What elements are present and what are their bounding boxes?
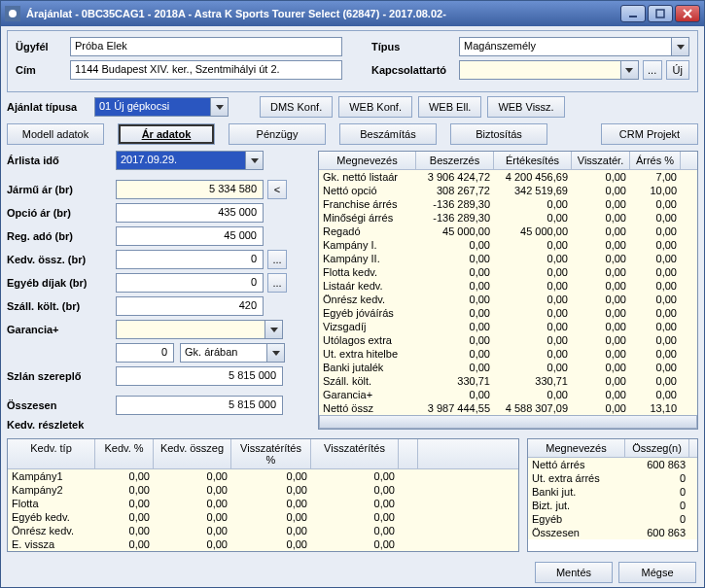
- grid-row[interactable]: Franchise árrés-136 289,300,000,000,00: [319, 197, 697, 211]
- close-button[interactable]: [675, 5, 700, 22]
- kedv-row[interactable]: Kampány20,000,000,000,00: [8, 483, 518, 497]
- grid-cell: 0,00: [572, 293, 630, 306]
- grid-cell: 0,00: [494, 306, 572, 320]
- cancel-button[interactable]: Mégse: [618, 562, 696, 583]
- price-field-value[interactable]: 435 000: [116, 203, 264, 223]
- garancia-mode-combo[interactable]: Gk. árában: [180, 343, 285, 363]
- price-field-value[interactable]: 5 334 580: [116, 180, 264, 199]
- kedv-cell: 0,00: [154, 483, 231, 497]
- summary-row[interactable]: Összesen600 863: [528, 526, 697, 539]
- chevron-down-icon[interactable]: [267, 343, 285, 363]
- minimize-button[interactable]: [620, 5, 646, 22]
- offer-type-combo[interactable]: 01 Új gépkocsi: [94, 97, 229, 117]
- chevron-down-icon[interactable]: [621, 60, 639, 80]
- dms-konf-button[interactable]: DMS Konf.: [260, 96, 333, 118]
- tab-biztositas[interactable]: Biztosítás: [450, 123, 547, 145]
- grid-cell: 13,10: [630, 401, 681, 415]
- chevron-down-icon[interactable]: [246, 151, 264, 170]
- grid-row[interactable]: Flotta kedv.0,000,000,000,00: [319, 265, 697, 279]
- kedv-cell: 0,00: [311, 510, 399, 524]
- grid-cell: 0,00: [494, 388, 572, 401]
- web-ell-button[interactable]: WEB Ell.: [418, 96, 481, 118]
- kedv-row[interactable]: Kampány10,000,000,000,00: [8, 469, 518, 483]
- grid-row[interactable]: Ut. extra hitelbe0,000,000,000,00: [319, 347, 697, 361]
- type-value: Magánszemély: [459, 37, 672, 56]
- crm-projekt-button[interactable]: CRM Projekt: [601, 123, 698, 145]
- grid-row[interactable]: Önrész kedv.0,000,000,000,00: [319, 293, 697, 306]
- summary-grid[interactable]: Megnevezés Összeg(n) Nettó árrés600 863U…: [527, 438, 698, 552]
- kedv-row[interactable]: Egyéb kedv.0,000,000,000,00: [8, 510, 518, 524]
- summary-row[interactable]: Egyéb0: [528, 512, 697, 526]
- grid-row[interactable]: Garancia+0,000,000,000,00: [319, 388, 697, 401]
- price-field-value[interactable]: 0: [116, 273, 264, 293]
- type-label: Típus: [371, 41, 459, 52]
- garancia-combo[interactable]: [116, 320, 283, 339]
- grid-row[interactable]: Listaár kedv.0,000,000,000,00: [319, 279, 697, 293]
- svg-rect-3: [656, 10, 664, 17]
- price-field-value[interactable]: 45 000: [116, 226, 264, 246]
- grid-row[interactable]: Nettó össz3 987 444,554 588 307,090,0013…: [319, 401, 697, 415]
- grid-row[interactable]: Regadó45 000,0045 000,000,000,00: [319, 225, 697, 238]
- main-grid[interactable]: Megnevezés Beszerzés Értékesítés Visszat…: [318, 151, 698, 430]
- contact-new-button[interactable]: Új: [666, 60, 689, 80]
- grid-cell: 0,00: [572, 170, 630, 184]
- grid-row[interactable]: Száll. költ.330,71330,710,000,00: [319, 374, 697, 388]
- customer-box: Ügyfél Próba Elek Típus Magánszemély Cím…: [7, 30, 698, 92]
- summary-row[interactable]: Nettó árrés600 863: [528, 458, 697, 471]
- price-field-value[interactable]: 420: [116, 296, 264, 316]
- kedv-grid[interactable]: Kedv. típ Kedv. % Kedv. összeg Visszatér…: [7, 438, 519, 552]
- grid-cell: 0,00: [494, 347, 572, 361]
- grid-row[interactable]: Nettó opció308 267,72342 519,690,0010,00: [319, 184, 697, 197]
- field-extra-button[interactable]: <: [267, 180, 287, 199]
- kedv-row[interactable]: E. vissza0,000,000,000,00: [8, 537, 518, 551]
- grid-cell: 0,00: [630, 279, 681, 293]
- grid-cell: Utólagos extra: [319, 333, 416, 347]
- grid-row[interactable]: Vizsgadíj0,000,000,000,00: [319, 320, 697, 333]
- contact-combo[interactable]: [459, 60, 639, 80]
- price-field-label: Száll. költ. (br): [7, 300, 114, 312]
- kedv-row[interactable]: Flotta0,000,000,000,00: [8, 497, 518, 510]
- web-konf-button[interactable]: WEB Konf.: [338, 96, 412, 118]
- scol-ossz: Összeg(n): [625, 439, 689, 457]
- chevron-down-icon[interactable]: [211, 97, 229, 117]
- tab-penzugy[interactable]: Pénzügy: [229, 123, 326, 145]
- grid-cell: 0,00: [416, 252, 494, 265]
- save-button[interactable]: Mentés: [535, 562, 613, 583]
- arlista-combo[interactable]: 2017.09.29.: [116, 151, 264, 170]
- chevron-down-icon[interactable]: [672, 37, 689, 56]
- tab-modell[interactable]: Modell adatok: [7, 123, 104, 145]
- kcol-pct: Kedv. %: [95, 439, 154, 468]
- grid-cell: 0,00: [572, 306, 630, 320]
- grid-row[interactable]: Minőségi árrés-136 289,300,000,000,00: [319, 211, 697, 225]
- grid-row[interactable]: Utólagos extra0,000,000,000,00: [319, 333, 697, 347]
- app-window: Árajánlat - 0BC35CAG1 - 2018A - Astra K …: [0, 0, 705, 588]
- summary-cell: Banki jut.: [528, 485, 625, 499]
- maximize-button[interactable]: [648, 5, 673, 22]
- type-combo[interactable]: Magánszemély: [459, 37, 689, 56]
- grid-row[interactable]: Egyéb jóváírás0,000,000,000,00: [319, 306, 697, 320]
- customer-field[interactable]: Próba Elek: [70, 37, 342, 56]
- kedv-cell: E. vissza: [8, 537, 95, 551]
- address-field[interactable]: 1144 Budapest XIV. ker., Szentmihályi út…: [70, 60, 342, 80]
- price-field-value[interactable]: 0: [116, 250, 264, 269]
- field-extra-button[interactable]: ...: [267, 273, 287, 293]
- tab-ar[interactable]: Ár adatok: [118, 123, 215, 145]
- summary-row[interactable]: Ut. extra árrés0: [528, 471, 697, 485]
- web-vissz-button[interactable]: WEB Vissz.: [487, 96, 564, 118]
- chevron-down-icon[interactable]: [265, 320, 283, 339]
- grid-scrollbar[interactable]: [319, 415, 697, 429]
- grid-cell: 0,00: [630, 374, 681, 388]
- grid-row[interactable]: Kampány I.0,000,000,000,00: [319, 238, 697, 252]
- kedv-row[interactable]: Önrész kedv.0,000,000,000,00: [8, 524, 518, 537]
- summary-row[interactable]: Bizt. jut.0: [528, 499, 697, 512]
- grid-cell: 0,00: [572, 333, 630, 347]
- field-extra-button[interactable]: ...: [267, 250, 287, 269]
- grid-cell: 0,00: [494, 252, 572, 265]
- tab-beszamitas[interactable]: Beszámítás: [339, 123, 437, 145]
- contact-dots-button[interactable]: ...: [643, 60, 662, 80]
- garancia-num[interactable]: 0: [116, 343, 174, 363]
- summary-row[interactable]: Banki jut.0: [528, 485, 697, 499]
- grid-row[interactable]: Kampány II.0,000,000,000,00: [319, 252, 697, 265]
- grid-row[interactable]: Gk. nettó listaár3 906 424,724 200 456,6…: [319, 170, 697, 184]
- grid-row[interactable]: Banki jutalék0,000,000,000,00: [319, 361, 697, 374]
